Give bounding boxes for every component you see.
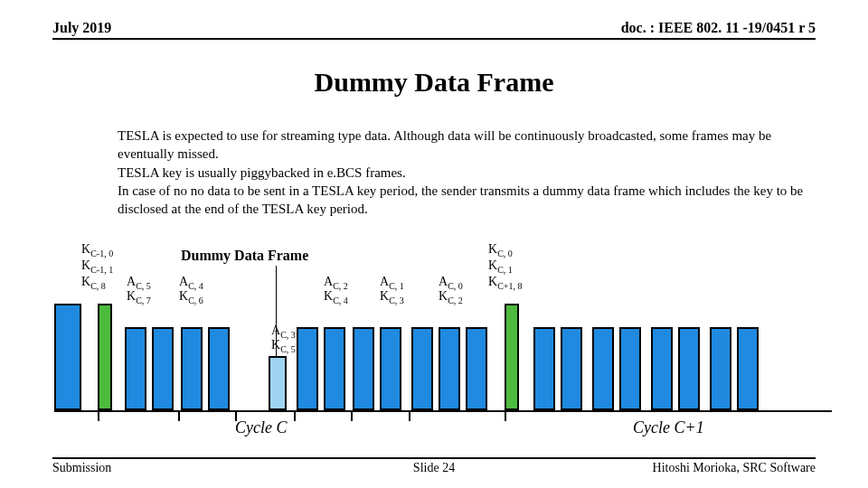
cycle-label-c1: Cycle C+1: [633, 418, 704, 437]
key-label: KC, 0: [488, 242, 513, 258]
cycle-label-c: Cycle C: [235, 418, 287, 437]
tick: [294, 410, 296, 421]
header-date: July 2019: [52, 20, 111, 36]
bar-data: [353, 327, 374, 410]
dummy-frame-label: Dummy Data Frame: [181, 248, 308, 264]
key-label: KC-1, 1: [81, 258, 113, 275]
header-rule: [52, 38, 816, 40]
key-label: KC+1, 8: [488, 275, 522, 291]
bar-dummy-frame: [269, 356, 287, 410]
footer-rule: [52, 457, 816, 459]
bar-track: [54, 305, 832, 412]
key-label: KC-1, 0: [81, 242, 113, 258]
bar-data: [678, 327, 700, 410]
footer-slide-number: Slide 24: [52, 461, 816, 475]
tick: [505, 410, 506, 421]
bar-data: [152, 327, 174, 410]
bar-data: [592, 327, 614, 410]
bar-data: [380, 327, 401, 410]
bar-sync-green: [98, 304, 112, 410]
bar-data: [208, 327, 230, 410]
page-title: Dummy Data Frame: [0, 67, 868, 98]
bar-data: [125, 327, 146, 410]
bar-data: [466, 327, 487, 410]
ak-label: KC, 6: [179, 289, 203, 305]
ak-label: KC, 2: [439, 289, 463, 305]
ak-label: KC, 4: [324, 289, 348, 305]
bar-data: [533, 327, 555, 410]
bar-data: [324, 327, 345, 410]
bar-sync-green: [505, 304, 519, 410]
body-paragraph: TESLA is expected to use for streaming t…: [118, 127, 805, 218]
bar-data: [439, 327, 460, 410]
tick: [351, 410, 353, 421]
bar-lead: [54, 304, 81, 410]
header-doc: doc. : IEEE 802. 11 -19/0451 r 5: [621, 20, 816, 36]
bar-data: [297, 327, 318, 410]
bar-data: [710, 327, 731, 410]
key-label: KC, 1: [488, 258, 513, 275]
timing-diagram: KC-1, 0 KC-1, 1 KC, 8 Dummy Data Frame K…: [54, 242, 832, 432]
key-label: KC, 8: [81, 275, 106, 291]
bar-data: [619, 327, 641, 410]
tick: [409, 410, 410, 421]
bar-data: [737, 327, 759, 410]
bar-data: [411, 327, 433, 410]
ak-label: KC, 3: [380, 289, 404, 305]
tick: [178, 410, 180, 421]
bar-data: [561, 327, 582, 410]
bar-data: [181, 327, 203, 410]
ak-label: KC, 7: [127, 289, 151, 305]
bar-data: [651, 327, 673, 410]
tick: [98, 410, 99, 421]
